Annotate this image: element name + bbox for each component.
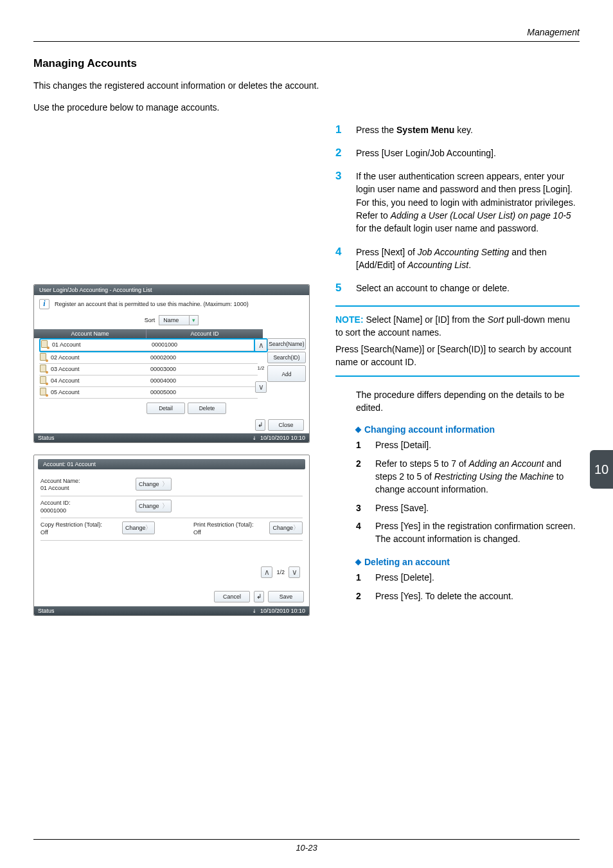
status-timestamp: 10/10/2010 10:10 bbox=[260, 608, 305, 614]
substep-number: 2 bbox=[356, 457, 365, 496]
chevron-down-icon[interactable]: ▾ bbox=[189, 316, 198, 325]
detail-button[interactable]: Detail bbox=[147, 402, 185, 414]
substep-body: Press [Yes]. To delete the account. bbox=[375, 590, 580, 602]
sort-dropdown[interactable]: Name ▾ bbox=[159, 315, 199, 325]
note-box: NOTE: Select [Name] or [ID] from the Sor… bbox=[335, 305, 580, 377]
add-button[interactable]: Add bbox=[267, 365, 306, 382]
table-row[interactable]: 03 Account00003000 bbox=[39, 364, 258, 375]
page-down-button[interactable]: ∨ bbox=[289, 566, 300, 578]
chapter-tab: 10 bbox=[590, 450, 613, 489]
delete-button[interactable]: Delete bbox=[188, 402, 226, 414]
close-button[interactable]: Close bbox=[268, 419, 304, 431]
step-body: Press the System Menu key. bbox=[356, 123, 580, 136]
enter-icon: ↲ bbox=[254, 591, 264, 602]
account-icon bbox=[39, 388, 48, 397]
substep-body: Press [Save]. bbox=[375, 502, 580, 514]
status-icon: ⫰ bbox=[253, 608, 256, 614]
section-title: Managing Accounts bbox=[33, 57, 580, 70]
account-detail-screenshot: Account: 01 Account Account Name:01 Acco… bbox=[33, 455, 310, 616]
cell-id: 00002000 bbox=[150, 354, 258, 361]
step-number: 1 bbox=[335, 123, 344, 136]
info-message: Register an account that is permitted to… bbox=[55, 301, 249, 307]
cell-name: 01 Account bbox=[52, 341, 152, 348]
sort-label: Sort bbox=[145, 317, 155, 323]
cell-id: 00004000 bbox=[150, 377, 258, 384]
change-button[interactable]: Change〉 bbox=[136, 500, 172, 512]
substep-number: 3 bbox=[356, 502, 365, 514]
change-label: Change bbox=[125, 525, 146, 531]
table-row[interactable]: 02 Account00002000 bbox=[39, 352, 258, 364]
change-label: Change bbox=[139, 503, 159, 509]
status-label: Status bbox=[38, 608, 55, 614]
page-indicator: 1/2 bbox=[276, 569, 285, 575]
substep-number: 2 bbox=[356, 590, 365, 602]
page-up-button[interactable]: ∧ bbox=[255, 339, 267, 351]
col-account-name: Account Name bbox=[34, 329, 147, 338]
account-icon bbox=[39, 376, 48, 385]
after-note-text: The procedure differs depending on the d… bbox=[356, 388, 580, 415]
page-down-button[interactable]: ∨ bbox=[255, 381, 267, 393]
substep-body: Press [Yes] in the registration confirma… bbox=[375, 520, 580, 546]
cell-name: 03 Account bbox=[51, 366, 150, 372]
changing-heading: Changing account information bbox=[356, 424, 580, 435]
note-label: NOTE: bbox=[335, 314, 364, 325]
substep-number: 1 bbox=[356, 571, 365, 584]
cell-name: 04 Account bbox=[51, 377, 150, 384]
intro-2: Use the procedure below to manage accoun… bbox=[33, 101, 580, 114]
info-icon: i bbox=[39, 299, 49, 309]
account-icon bbox=[40, 340, 49, 349]
chevron-right-icon: 〉 bbox=[162, 480, 168, 489]
page-indicator: 1/2 bbox=[257, 365, 264, 371]
sort-value: Name bbox=[159, 317, 189, 323]
diamond-icon bbox=[355, 427, 362, 433]
note-line-2: Press [Search(Name)] or [Search(ID)] to … bbox=[335, 343, 580, 369]
chevron-right-icon: 〉 bbox=[162, 502, 168, 511]
field-value: Off bbox=[193, 529, 258, 537]
change-label: Change bbox=[272, 525, 293, 531]
substep-number: 4 bbox=[356, 520, 365, 546]
change-button[interactable]: Change〉 bbox=[269, 521, 303, 534]
col-account-id: Account ID bbox=[147, 329, 263, 338]
save-button[interactable]: Save bbox=[268, 591, 304, 602]
substep-body: Press [Delete]. bbox=[375, 571, 580, 584]
account-icon bbox=[39, 353, 48, 362]
window-title: Account: 01 Account bbox=[38, 459, 305, 469]
change-button[interactable]: Change〉 bbox=[122, 521, 155, 534]
footer-rule bbox=[33, 839, 580, 840]
change-button[interactable]: Change〉 bbox=[136, 478, 172, 491]
table-row[interactable]: 01 Account00001000 bbox=[40, 339, 256, 351]
cell-name: 02 Account bbox=[51, 354, 150, 361]
account-icon bbox=[39, 365, 48, 374]
cancel-button[interactable]: Cancel bbox=[214, 591, 250, 602]
table-row[interactable]: 05 Account00005000 bbox=[39, 387, 258, 399]
field-label: Account Name: bbox=[40, 478, 124, 485]
cell-id: 00005000 bbox=[150, 389, 258, 395]
field-value: 01 Account bbox=[40, 485, 124, 493]
page-up-button[interactable]: ∧ bbox=[261, 566, 272, 578]
step-body: Select an account to change or delete. bbox=[356, 282, 580, 294]
table-row[interactable]: 04 Account00004000 bbox=[39, 375, 258, 387]
step-body: Press [User Login/Job Accounting]. bbox=[356, 147, 580, 159]
cell-id: 00003000 bbox=[150, 366, 258, 372]
search-id-button[interactable]: Search(ID) bbox=[267, 352, 306, 363]
search-name-button[interactable]: Search(Name) bbox=[267, 338, 306, 350]
field-label: Print Restriction (Total): bbox=[193, 521, 258, 529]
field-label: Account ID: bbox=[40, 500, 124, 507]
cell-id: 00001000 bbox=[152, 341, 256, 348]
accounting-list-screenshot: User Login/Job Accounting - Accounting L… bbox=[33, 284, 310, 443]
status-timestamp: 10/10/2010 10:10 bbox=[260, 435, 305, 441]
deleting-heading: Deleting an account bbox=[356, 557, 580, 567]
step-spacer bbox=[335, 388, 344, 415]
status-label: Status bbox=[38, 435, 55, 441]
step-body: If the user authentication screen appear… bbox=[356, 170, 580, 235]
step-number: 3 bbox=[335, 170, 344, 235]
step-number: 5 bbox=[335, 282, 344, 294]
step-number: 4 bbox=[335, 246, 344, 272]
substep-body: Press [Detail]. bbox=[375, 439, 580, 451]
window-title: User Login/Job Accounting - Accounting L… bbox=[34, 285, 309, 295]
enter-icon: ↲ bbox=[255, 419, 265, 431]
field-label: Copy Restriction (Total): bbox=[40, 521, 111, 529]
field-value: 00001000 bbox=[40, 507, 124, 515]
step-body: Press [Next] of Job Accounting Setting a… bbox=[356, 246, 580, 272]
chevron-right-icon: 〉 bbox=[293, 523, 299, 532]
